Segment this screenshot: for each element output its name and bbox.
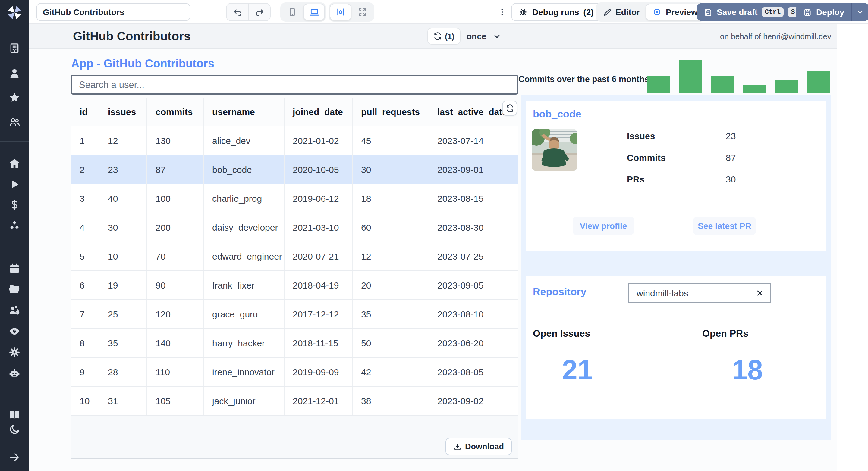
device-toggle-group	[280, 2, 326, 22]
editor-label: Editor	[615, 7, 640, 17]
repository-input[interactable]: windmill-labs	[628, 283, 771, 303]
table-cell: edward_engineer	[204, 241, 284, 270]
table-row[interactable]: 430200daisy_developer2021-03-10602023-08…	[71, 213, 518, 241]
table-row[interactable]: 928110irene_innovator2019-09-09422023-08…	[71, 357, 518, 386]
table-cell: 2020-10-05	[284, 155, 352, 184]
dollar-icon[interactable]	[8, 199, 21, 211]
boxes-icon[interactable]	[8, 219, 21, 231]
users-cog-icon[interactable]	[8, 304, 21, 316]
column-header[interactable]: pull_requests	[352, 98, 429, 126]
play-icon[interactable]	[8, 178, 21, 190]
table-refresh-button[interactable]	[502, 101, 517, 115]
table-cell: 2023-09-01	[429, 155, 510, 184]
download-button[interactable]: Download	[445, 438, 512, 455]
table-cell: 2023-08-15	[429, 184, 510, 213]
save-draft-button[interactable]: Save draft Ctrl S	[697, 3, 804, 21]
star-icon[interactable]	[8, 92, 21, 104]
download-icon	[453, 442, 461, 451]
table-cell: 40	[99, 184, 147, 213]
more-options-button[interactable]	[497, 5, 507, 19]
avatar	[532, 129, 578, 171]
scrollbar-gutter	[510, 155, 518, 184]
book-icon[interactable]	[8, 409, 21, 421]
desktop-view-button[interactable]	[303, 4, 325, 21]
table-row[interactable]: 340100charlie_prog2019-06-12182023-08-15	[71, 184, 518, 213]
editor-preview-group: Editor Preview	[595, 2, 706, 22]
app-refresh-button[interactable]: (1)	[427, 28, 461, 44]
editor-tab[interactable]: Editor	[597, 4, 646, 21]
see-latest-pr-button[interactable]: See latest PR	[693, 217, 756, 235]
view-profile-button[interactable]: View profile	[572, 217, 634, 235]
app-refresh-count: (1)	[445, 32, 455, 41]
table-row[interactable]: 1031105jack_junior2021-12-01382023-09-02	[71, 386, 518, 415]
table-row[interactable]: 725120grace_guru2017-12-12352023-08-10	[71, 299, 518, 328]
scrollbar-gutter	[510, 184, 518, 213]
chart-bar	[647, 77, 670, 93]
table-cell: 7	[71, 299, 99, 328]
phone-icon	[287, 7, 297, 17]
schedule-dropdown[interactable]: once	[467, 28, 501, 44]
table-cell: 130	[147, 126, 204, 155]
stat-value-commits: 87	[726, 153, 736, 163]
redo-icon	[254, 7, 265, 17]
deploy-button[interactable]: Deploy	[796, 3, 851, 21]
building-icon[interactable]	[8, 42, 21, 54]
column-header[interactable]: last_active_date	[429, 98, 510, 126]
chart-bar	[711, 77, 734, 93]
app-title-input[interactable]	[36, 3, 190, 21]
open-prs-value: 18	[711, 354, 784, 386]
debug-runs-button[interactable]: Debug runs (2)	[511, 3, 601, 21]
table-cell: 10	[99, 241, 147, 270]
search-input[interactable]	[70, 75, 518, 95]
table-cell: frank_fixer	[204, 270, 284, 299]
deploy-label: Deploy	[816, 7, 844, 17]
eye-icon[interactable]	[8, 325, 21, 337]
table-cell: 200	[147, 213, 204, 241]
table-cell: 28	[99, 357, 147, 386]
mobile-view-button[interactable]	[281, 4, 303, 21]
table-row[interactable]: 61990frank_fixer2018-04-19202023-09-05	[71, 270, 518, 299]
redo-button[interactable]	[248, 4, 270, 21]
fullwidth-layout-button[interactable]	[351, 4, 373, 21]
clear-input-button[interactable]	[749, 289, 770, 298]
column-header[interactable]: issues	[99, 98, 147, 126]
settings-gear-icon[interactable]	[8, 346, 21, 358]
table-cell: 50	[352, 328, 429, 357]
table-cell: 45	[352, 126, 429, 155]
refresh-icon	[433, 32, 442, 40]
user-icon[interactable]	[8, 67, 21, 79]
column-header[interactable]: username	[204, 98, 284, 126]
folder-icon[interactable]	[8, 283, 21, 295]
app-header-title: GitHub Contributors	[73, 30, 190, 43]
calendar-icon[interactable]	[8, 263, 21, 275]
table-cell: 18	[352, 184, 429, 213]
arrow-right-icon[interactable]	[8, 451, 21, 463]
chart-bar	[679, 60, 702, 93]
preview-eye-icon	[652, 7, 662, 17]
deploy-options-button[interactable]	[851, 3, 868, 21]
preview-tab[interactable]: Preview	[646, 4, 704, 21]
table-cell: 2023-06-20	[429, 328, 510, 357]
table-cell: 90	[147, 270, 204, 299]
chart-bar	[743, 85, 766, 93]
users-icon[interactable]	[8, 116, 21, 128]
moon-icon[interactable]	[8, 424, 21, 435]
column-header[interactable]: id	[71, 98, 99, 126]
table-row[interactable]: 835140harry_hacker2018-11-15502023-06-20	[71, 328, 518, 357]
table-row[interactable]: 112130alice_dev2021-01-02452023-07-14	[71, 126, 518, 155]
windmill-logo-icon[interactable]	[7, 5, 22, 21]
close-icon	[755, 289, 764, 298]
table-cell: irene_innovator	[204, 357, 284, 386]
undo-button[interactable]	[227, 4, 248, 21]
table-cell: 2017-12-12	[284, 299, 352, 328]
table-row[interactable]: 22387bob_code2020-10-05302023-09-01	[71, 155, 518, 184]
save-draft-label: Save draft	[717, 7, 757, 17]
robot-icon[interactable]	[8, 367, 21, 379]
table-cell: 60	[352, 213, 429, 241]
home-icon[interactable]	[8, 157, 21, 169]
column-header[interactable]: joined_date	[284, 98, 352, 126]
column-header[interactable]: commits	[147, 98, 204, 126]
centered-layout-button[interactable]	[330, 4, 351, 21]
table-row[interactable]: 51070edward_engineer2020-07-21122023-07-…	[71, 241, 518, 270]
table-cell: 2021-03-10	[284, 213, 352, 241]
